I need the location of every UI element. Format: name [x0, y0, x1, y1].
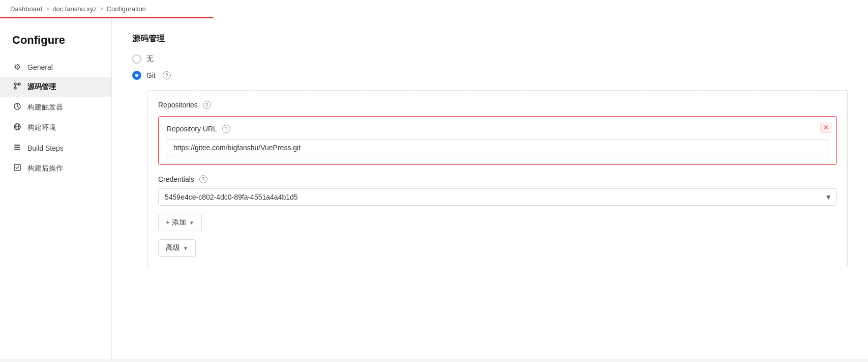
repo-url-help-icon[interactable]: ?	[222, 125, 230, 133]
svg-rect-7	[14, 147, 20, 148]
radio-git[interactable]: Git ?	[132, 71, 848, 80]
globe-icon	[12, 123, 22, 133]
radio-none-label: 无	[146, 54, 154, 64]
radio-git-circle	[132, 71, 141, 80]
git-help-icon[interactable]: ?	[163, 71, 171, 79]
add-button[interactable]: + 添加 ▼	[158, 214, 202, 231]
sidebar-label-source: 源码管理	[27, 82, 56, 92]
repo-url-label: Repository URL	[167, 125, 217, 133]
sidebar-item-triggers[interactable]: 构建触发器	[0, 97, 111, 118]
add-chevron-icon: ▼	[189, 220, 194, 226]
gear-icon: ⚙	[12, 62, 22, 72]
svg-point-1	[14, 87, 16, 89]
advanced-button[interactable]: 高级 ▼	[158, 239, 196, 257]
breadcrumb-sep-2: >	[100, 5, 104, 13]
repo-card-header: Repository URL ?	[167, 125, 828, 133]
sidebar-item-build-steps[interactable]: Build Steps	[0, 138, 111, 158]
build-steps-icon	[12, 143, 22, 153]
repositories-label: Repositories ?	[158, 101, 837, 109]
credentials-select-wrapper: 5459e4ce-c802-4dc0-89fa-4551a4a4b1d5 ▼	[158, 188, 837, 206]
radio-git-label: Git	[146, 71, 156, 79]
source-control-icon	[12, 82, 22, 92]
git-settings-container: Repositories ? ✕ Repository URL ? Creden…	[147, 90, 848, 267]
credentials-label: Credentials ?	[158, 175, 837, 183]
sidebar-label-triggers: 构建触发器	[27, 103, 63, 112]
close-repo-button[interactable]: ✕	[820, 122, 831, 133]
advanced-section: 高级 ▼	[158, 239, 837, 257]
sidebar-label-build-steps: Build Steps	[27, 144, 64, 152]
advanced-chevron-icon: ▼	[183, 245, 188, 251]
sidebar: Configure ⚙ General 源码管理	[0, 18, 112, 359]
breadcrumb-config[interactable]: Configuration	[107, 5, 146, 13]
svg-rect-6	[14, 145, 20, 146]
add-button-label: + 添加	[166, 218, 186, 227]
radio-none[interactable]: 无	[132, 54, 848, 64]
credentials-select[interactable]: 5459e4ce-c802-4dc0-89fa-4551a4a4b1d5	[158, 188, 837, 206]
breadcrumb-sep-1: >	[46, 5, 50, 13]
repository-card: ✕ Repository URL ?	[158, 116, 837, 165]
breadcrumb-dashboard[interactable]: Dashboard	[10, 5, 43, 13]
sidebar-label-general: General	[27, 63, 53, 71]
sidebar-label-post-build: 构建后操作	[27, 164, 63, 173]
breadcrumb-domain[interactable]: doc.fanshu.xyz	[52, 5, 97, 13]
credentials-text: Credentials	[158, 175, 194, 183]
svg-rect-8	[14, 149, 20, 150]
trigger-icon	[12, 102, 22, 113]
source-type-radio-group: 无 Git ?	[132, 54, 848, 80]
sidebar-item-source[interactable]: 源码管理	[0, 77, 111, 97]
sidebar-title: Configure	[0, 29, 111, 57]
sidebar-item-post-build[interactable]: 构建后操作	[0, 158, 111, 179]
repositories-help-icon[interactable]: ?	[203, 101, 211, 109]
breadcrumb-bar: Dashboard > doc.fanshu.xyz > Configurati…	[0, 0, 868, 18]
sidebar-item-env[interactable]: 构建环境	[0, 118, 111, 138]
section-title: 源码管理	[132, 34, 848, 44]
repo-url-input[interactable]	[167, 139, 828, 156]
main-layout: Configure ⚙ General 源码管理	[0, 18, 868, 359]
advanced-button-label: 高级	[166, 243, 180, 253]
sidebar-label-env: 构建环境	[27, 123, 56, 132]
credentials-section: Credentials ? 5459e4ce-c802-4dc0-89fa-45…	[158, 175, 837, 206]
sidebar-item-general[interactable]: ⚙ General	[0, 57, 111, 77]
main-content: 源码管理 无 Git ? Repositories ? ✕	[112, 18, 868, 359]
radio-none-circle	[132, 54, 141, 64]
credentials-help-icon[interactable]: ?	[199, 175, 207, 183]
repositories-text: Repositories	[158, 101, 198, 109]
post-build-icon	[12, 163, 22, 174]
svg-point-0	[14, 83, 16, 85]
